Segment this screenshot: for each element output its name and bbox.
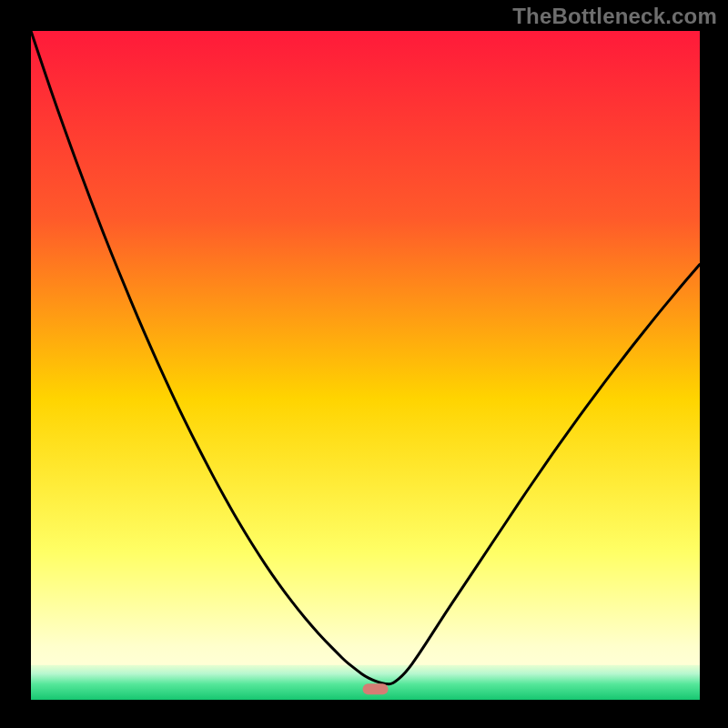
plot-area bbox=[31, 31, 700, 700]
green-band bbox=[31, 665, 700, 700]
watermark-text: TheBottleneck.com bbox=[512, 4, 717, 29]
minimum-marker bbox=[363, 683, 389, 694]
bottleneck-curve-chart bbox=[0, 0, 728, 728]
chart-frame: TheBottleneck.com bbox=[0, 0, 728, 728]
